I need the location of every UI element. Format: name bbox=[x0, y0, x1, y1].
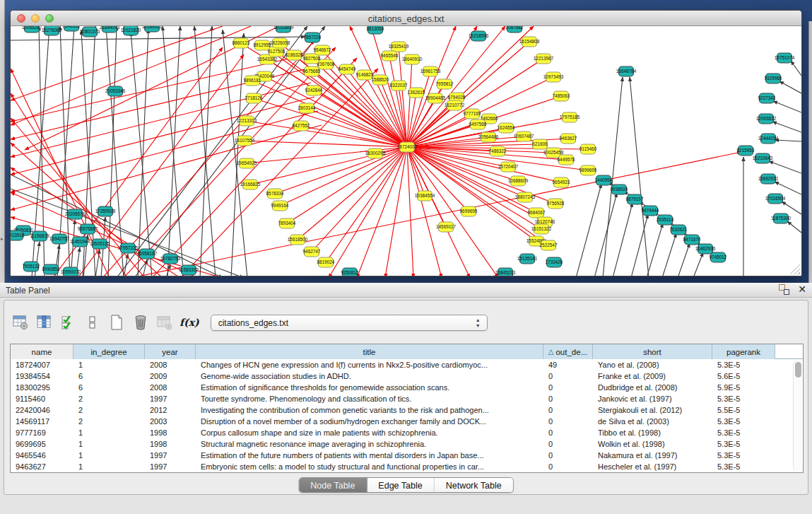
table-cell[interactable]: 1 bbox=[73, 427, 145, 438]
table-row[interactable]: 2242004622012Investigating the contribut… bbox=[11, 404, 803, 416]
table-cell[interactable]: 0 bbox=[543, 404, 593, 416]
table-cell[interactable]: Yano et al. (2008) bbox=[593, 359, 712, 370]
table-cell[interactable]: 2003 bbox=[145, 416, 196, 427]
table-cell[interactable]: 19384554 bbox=[11, 370, 73, 382]
table-cell[interactable]: 5.3E-5 bbox=[712, 416, 775, 427]
table-cell[interactable]: 6 bbox=[73, 370, 145, 382]
table-cell[interactable]: 1997 bbox=[145, 393, 196, 404]
table-cell[interactable]: Stergiakouli et al. (2012) bbox=[593, 404, 712, 416]
table-cell[interactable]: 14569117 bbox=[11, 416, 73, 427]
table-cell[interactable]: 2008 bbox=[145, 382, 196, 393]
table-row[interactable]: 1938455462009Genome-wide association stu… bbox=[11, 370, 803, 382]
column-header-pagerank[interactable]: pagerank bbox=[712, 344, 775, 359]
table-cell[interactable]: 5.3E-5 bbox=[712, 427, 775, 438]
table-cell[interactable]: Changes of HCN gene expression and I(f) … bbox=[196, 359, 543, 370]
table-cell[interactable]: 9463627 bbox=[11, 461, 73, 472]
close-panel-icon[interactable]: ✕ bbox=[798, 284, 806, 295]
table-cell[interactable]: 9699695 bbox=[11, 438, 73, 450]
table-cell[interactable]: 22420046 bbox=[11, 404, 73, 416]
table-cell[interactable]: 0 bbox=[543, 438, 593, 450]
table-cell[interactable]: 0 bbox=[543, 370, 593, 382]
table-cell[interactable]: Wolkin et al. (1998) bbox=[593, 438, 712, 450]
tab-network-table[interactable]: Network Table bbox=[435, 478, 513, 493]
table-cell[interactable]: 5.5E-5 bbox=[712, 404, 775, 416]
table-cell[interactable]: de Silva et al. (2003) bbox=[593, 416, 712, 427]
table-cell[interactable]: 1997 bbox=[145, 461, 196, 472]
table-cell[interactable]: 18300295 bbox=[11, 382, 73, 393]
table-cell[interactable]: 9115460 bbox=[11, 393, 73, 404]
new-document-icon[interactable] bbox=[107, 313, 126, 332]
delete-trash-icon[interactable] bbox=[131, 313, 150, 332]
table-cell[interactable]: 9777169 bbox=[11, 427, 73, 438]
table-row[interactable]: 946554611997Estimation of the future num… bbox=[11, 450, 803, 461]
table-cell[interactable]: Dudbridge et al. (2008) bbox=[593, 382, 712, 393]
table-column-chooser-icon[interactable] bbox=[35, 313, 54, 332]
table-cell[interactable]: 2012 bbox=[145, 404, 196, 416]
table-source-dropdown[interactable]: citations_edges.txt ▲▼ bbox=[211, 315, 488, 331]
table-cell[interactable]: 1 bbox=[73, 450, 145, 461]
table-cell[interactable]: Corpus callosum shape and size in male p… bbox=[196, 427, 543, 438]
table-cell[interactable]: 5.3E-5 bbox=[712, 359, 775, 370]
tab-edge-table[interactable]: Edge Table bbox=[367, 478, 434, 493]
table-cell[interactable]: Disruption of a novel member of a sodium… bbox=[196, 416, 543, 427]
table-cell[interactable]: 2 bbox=[73, 416, 145, 427]
table-cell[interactable]: 5.3E-5 bbox=[712, 461, 775, 472]
attribute-table[interactable]: namein_degreeyeartitle△out_de...shortpag… bbox=[10, 344, 804, 473]
table-cell[interactable]: 0 bbox=[543, 427, 593, 438]
table-row[interactable]: 969969511998Structural magnetic resonanc… bbox=[11, 438, 803, 450]
tab-node-table[interactable]: Node Table bbox=[299, 478, 367, 493]
column-header-name[interactable]: name bbox=[11, 344, 73, 359]
table-cell[interactable]: 18724007 bbox=[11, 359, 73, 370]
table-cell[interactable]: 9465546 bbox=[11, 450, 73, 461]
table-cell[interactable]: Estimation of significance thresholds fo… bbox=[196, 382, 543, 393]
table-row[interactable]: 946362711997Embryonic stem cells: a mode… bbox=[11, 461, 803, 472]
table-cell[interactable]: 1 bbox=[73, 438, 145, 450]
column-header-out_de[interactable]: △out_de... bbox=[543, 344, 593, 359]
table-cell[interactable]: 1998 bbox=[145, 438, 196, 450]
table-cell[interactable]: 5.6E-5 bbox=[712, 370, 775, 382]
network-canvas-svg[interactable]: 1872400716154808122139671097349374850631… bbox=[11, 26, 801, 276]
table-cell[interactable]: 5.3E-5 bbox=[712, 450, 775, 461]
table-cell[interactable]: 5.3E-5 bbox=[712, 393, 775, 404]
table-cell[interactable]: Structural magnetic resonance image aver… bbox=[196, 438, 543, 450]
window-titlebar[interactable]: citations_edges.txt bbox=[11, 11, 801, 26]
table-cell[interactable]: Estimation of the future numbers of pati… bbox=[196, 450, 543, 461]
table-row[interactable]: 1830029562008Estimation of significance … bbox=[11, 382, 803, 393]
table-cell[interactable]: 2008 bbox=[145, 359, 196, 370]
table-cell[interactable]: Franke et al. (2009) bbox=[593, 370, 712, 382]
table-cell[interactable]: Nakamura et al. (1997) bbox=[593, 450, 712, 461]
table-cell[interactable]: 0 bbox=[543, 393, 593, 404]
table-cell[interactable]: 1998 bbox=[145, 427, 196, 438]
column-header-in_degree[interactable]: in_degree bbox=[73, 344, 145, 359]
table-cell[interactable]: 2009 bbox=[145, 370, 196, 382]
table-vertical-scrollbar[interactable] bbox=[793, 361, 801, 471]
table-cell[interactable]: 2 bbox=[73, 404, 145, 416]
column-header-short[interactable]: short bbox=[593, 344, 712, 359]
table-row[interactable]: 1872400712008Changes of HCN gene express… bbox=[11, 359, 803, 370]
table-cell[interactable]: 0 bbox=[543, 461, 593, 472]
function-builder-icon[interactable]: f(x) bbox=[180, 317, 199, 328]
table-row[interactable]: 1456911722003Disruption of a novel membe… bbox=[11, 416, 803, 427]
table-cell[interactable]: 5.9E-5 bbox=[712, 382, 775, 393]
table-cell[interactable]: Tourette syndrome. Phenomenology and cla… bbox=[196, 393, 543, 404]
table-cell[interactable]: 49 bbox=[543, 359, 593, 370]
scrollbar-thumb[interactable] bbox=[795, 362, 801, 378]
table-cell[interactable]: Investigating the contribution of common… bbox=[196, 404, 543, 416]
table-cell[interactable]: Genome-wide association studies in ADHD. bbox=[196, 370, 543, 382]
float-panel-icon[interactable] bbox=[779, 284, 789, 295]
table-cell[interactable]: 0 bbox=[543, 416, 593, 427]
table-cell[interactable]: Hescheler et al. (1997) bbox=[593, 461, 712, 472]
table-cell[interactable]: 1997 bbox=[145, 450, 196, 461]
table-cell[interactable]: 6 bbox=[73, 382, 145, 393]
table-cell[interactable]: 5.3E-5 bbox=[712, 438, 775, 450]
table-cell[interactable]: 1 bbox=[73, 461, 145, 472]
column-header-title[interactable]: title bbox=[196, 344, 543, 359]
table-settings-icon[interactable] bbox=[11, 313, 30, 332]
select-all-rows-icon[interactable] bbox=[59, 313, 78, 332]
table-cell[interactable]: 0 bbox=[543, 382, 593, 393]
table-cell[interactable]: 0 bbox=[543, 450, 593, 461]
column-header-year[interactable]: year bbox=[145, 344, 196, 359]
table-row[interactable]: 911546021997Tourette syndrome. Phenomeno… bbox=[11, 393, 803, 404]
table-cell[interactable]: Tibbo et al. (1998) bbox=[593, 427, 712, 438]
table-row[interactable]: 977716911998Corpus callosum shape and si… bbox=[11, 427, 803, 438]
